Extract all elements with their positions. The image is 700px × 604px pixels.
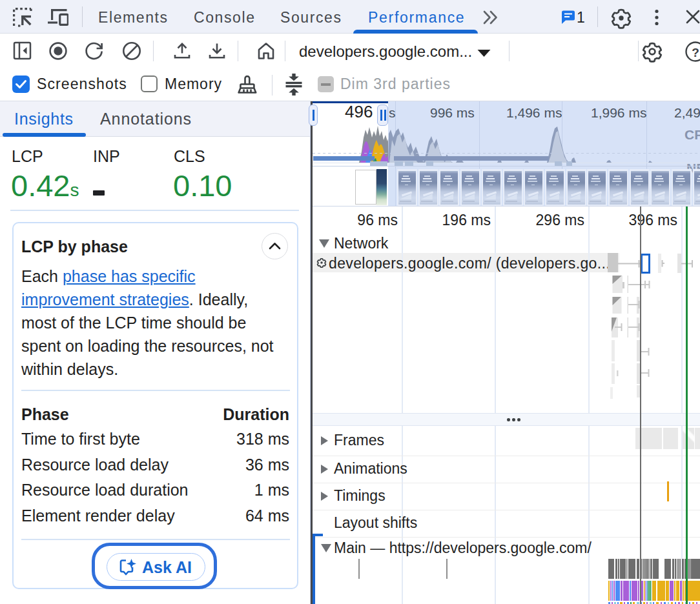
svg-text:?: ? xyxy=(692,46,699,59)
